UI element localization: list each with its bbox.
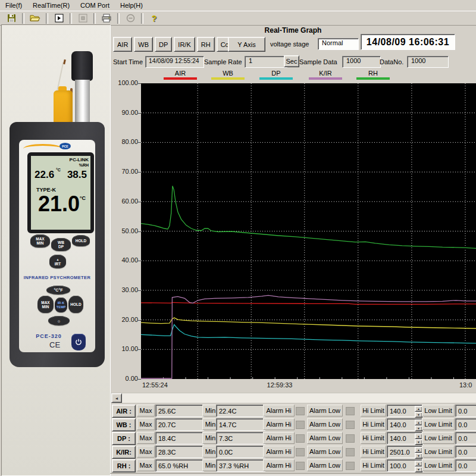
hi-limit-spinner[interactable]: 140.0▲▼ (387, 405, 424, 417)
sec-button[interactable]: Sec (284, 55, 299, 67)
alarm-low-indicator (346, 421, 355, 429)
alarm-hi-indicator (296, 407, 305, 415)
y-tick-mark (138, 202, 141, 202)
min-value: 0.0C (216, 446, 265, 458)
start-time-value: 14/08/09 12:55:24 (145, 56, 204, 68)
alarm-low-label: Alarm Low (307, 446, 343, 458)
lcd-rh-value: 38.5 (67, 169, 87, 181)
stats-row-wb: WB :Max20.7CMin14.7CAlarm HiAlarm LowHi … (110, 418, 476, 431)
y-tick-label: 100.00 (112, 79, 138, 86)
channel-button[interactable]: AIR : (112, 405, 136, 418)
toolbar-separator (93, 13, 96, 24)
max-value: 28.3C (155, 446, 204, 458)
print-icon[interactable] (99, 12, 114, 24)
hi-limit-label: Hi Limit (361, 459, 386, 471)
lcd-main-unit: °C (80, 195, 86, 201)
menu-com-port[interactable]: COM Port (75, 1, 115, 10)
legend-item-dp: DP (259, 70, 293, 80)
y-tick-mark (138, 172, 141, 173)
max-label: Max (137, 432, 155, 444)
y-tick-mark (138, 349, 141, 350)
device-irk-temp-button: IR·KTEMP (55, 298, 67, 312)
hi-limit-label: Hi Limit (361, 418, 386, 430)
y-tick-label: 30.00 (112, 286, 138, 293)
hi-limit-spinner[interactable]: 100.0▲▼ (387, 459, 424, 472)
low-limit-value[interactable]: 0.0 (455, 446, 476, 458)
save-icon[interactable] (4, 12, 19, 24)
device-maxmin2-button: MAXMIN (37, 296, 54, 313)
device-cf-button: °C°F (46, 286, 70, 295)
alarm-low-indicator (346, 434, 355, 443)
alarm-low-indicator (346, 462, 355, 470)
low-limit-value[interactable]: 0.0 (455, 459, 476, 472)
y-tick-mark (138, 290, 141, 291)
alarm-hi-label: Alarm Hi (263, 459, 295, 471)
hi-limit-spinner[interactable]: 140.0▲▼ (387, 432, 424, 444)
scroll-left-arrow[interactable]: ◄ (111, 393, 122, 403)
menu-realtime[interactable]: RealTime(R) (27, 1, 75, 10)
open-icon[interactable] (27, 12, 43, 24)
device-hold-button: HOLD (72, 235, 90, 246)
device-model-label: PCE-320 (19, 333, 79, 339)
y-tick-mark (138, 231, 141, 232)
low-limit-label: Low Limit (422, 459, 455, 471)
hi-limit-label: Hi Limit (361, 432, 386, 444)
y-tick-mark (138, 113, 141, 114)
data-no-value: 1000 (407, 56, 449, 68)
y-axis-button[interactable]: Y Axis (228, 37, 265, 52)
alarm-low-indicator (346, 448, 355, 456)
y-tick-label: 40.00 (112, 256, 138, 264)
max-label: Max (137, 418, 155, 430)
device-lcd: PC-LINK %RH 22.6 °C 38.5 TYPE-K 21.0 °C (27, 152, 94, 233)
wb-button[interactable]: WB (134, 37, 153, 52)
toolbar-separator (117, 13, 120, 24)
x-tick-label-mid: 12:59:33 (267, 381, 293, 389)
probe-shaft (75, 80, 90, 126)
sample-rate-input[interactable]: 1 (245, 56, 287, 68)
channel-button[interactable]: WB : (112, 418, 136, 431)
dp-button[interactable]: DP (155, 37, 172, 52)
channel-button[interactable]: K/IR: (112, 446, 136, 459)
low-limit-label: Low Limit (422, 418, 455, 430)
irk-button[interactable]: IR/K (174, 37, 195, 52)
low-limit-value[interactable]: 0.0 (455, 432, 476, 444)
device-irt-button: ▲IRT (49, 255, 66, 268)
device-name-label: INFRARED PSYCHROMETER (19, 275, 95, 280)
start-time-label: Start Time (113, 58, 143, 65)
thermocouple-tip (63, 60, 66, 64)
lcd-main-value: 21.0 (38, 192, 80, 217)
alarm-hi-indicator (296, 421, 305, 429)
max-value: 65.0 %RH (155, 459, 204, 472)
stats-row-dp: DP :Max18.4CMin7.3CAlarm HiAlarm LowHi L… (110, 432, 476, 444)
low-limit-label: Low Limit (422, 405, 455, 416)
probe-cap (71, 51, 93, 81)
legend-item-k-ir: K/IR (309, 70, 342, 80)
y-tick-label: 20.00 (112, 316, 138, 323)
graph-horizontal-scrollbar[interactable]: ◄ (111, 393, 476, 403)
alarm-low-indicator (346, 407, 355, 415)
low-limit-value[interactable]: 0.0 (455, 418, 476, 431)
air-button[interactable]: AIR (113, 37, 132, 52)
y-tick-mark (138, 83, 141, 84)
hi-limit-spinner[interactable]: 2501.0▲▼ (387, 446, 424, 458)
stats-row-kir: K/IR:Max28.3CMin0.0CAlarm HiAlarm LowHi … (110, 446, 476, 458)
channel-button[interactable]: DP : (112, 432, 136, 445)
stop-icon (75, 12, 90, 24)
rh-button[interactable]: RH (197, 37, 215, 52)
help-icon[interactable]: ? (146, 12, 162, 24)
menu-file[interactable]: File(f) (0, 1, 27, 10)
device-power-button (71, 334, 86, 350)
channel-button[interactable]: RH : (112, 459, 136, 472)
datetime-display: 14/08/09 16:06:31 (361, 34, 455, 50)
play-icon[interactable] (51, 12, 67, 24)
max-label: Max (137, 446, 155, 458)
toolbar-separator (141, 13, 143, 24)
y-tick-label: 50.00 (112, 227, 138, 234)
disconnect-icon (123, 12, 138, 24)
alarm-hi-label: Alarm Hi (263, 446, 295, 458)
hi-limit-spinner[interactable]: 140.0▲▼ (387, 418, 424, 431)
low-limit-label: Low Limit (422, 432, 455, 444)
menu-help[interactable]: Help(H) (115, 1, 148, 10)
sample-data-value: 1000 (342, 56, 381, 68)
low-limit-value[interactable]: 0.0 (455, 405, 476, 417)
